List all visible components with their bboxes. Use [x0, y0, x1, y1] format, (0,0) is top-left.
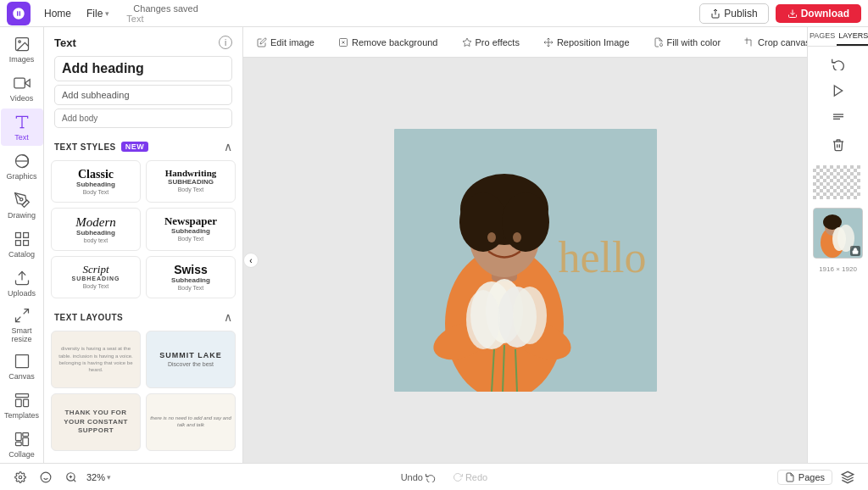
zoom-value: 32% — [86, 472, 105, 482]
delete-icon-button[interactable] — [826, 133, 850, 157]
style-card-handwriting[interactable]: Handwriting SUBHEADING Body Text — [146, 160, 236, 203]
text-panel-header: Text i — [44, 27, 242, 53]
style-card-modern[interactable]: Modern Subheading body text — [51, 208, 141, 251]
fill-color-button[interactable]: Fill with color — [647, 35, 728, 50]
nav-file[interactable]: File▾ — [80, 5, 116, 22]
app-logo[interactable] — [7, 2, 31, 25]
remove-background-icon — [338, 37, 348, 47]
undo-icon — [426, 472, 436, 482]
templates-icon — [13, 391, 31, 409]
layout-card-4[interactable]: there is no need to add and say and talk… — [146, 393, 236, 451]
download-button[interactable]: Download — [776, 4, 861, 23]
svg-line-67 — [74, 479, 76, 482]
undo-button[interactable]: Undo — [396, 471, 441, 484]
tab-layers[interactable]: LAYERS — [837, 27, 868, 46]
svg-point-42 — [513, 232, 521, 242]
tab-pages[interactable]: PAGES — [808, 27, 837, 46]
styles-grid: Classic Subheading Body Text Handwriting… — [44, 157, 242, 305]
style-card-classic[interactable]: Classic Subheading Body Text — [51, 160, 141, 203]
text-icon — [13, 113, 31, 131]
info-button[interactable]: i — [219, 36, 232, 49]
svg-point-60 — [832, 227, 846, 251]
add-heading-button[interactable]: Add heading — [54, 56, 232, 81]
sidebar-smart-resize-label: Smart resize — [4, 326, 40, 343]
settings-icon-button[interactable] — [10, 467, 31, 487]
sidebar-item-catalog[interactable]: Catalog — [1, 226, 43, 263]
images-icon — [13, 35, 31, 53]
add-body-label: Add body — [62, 114, 225, 123]
sidebar-templates-label: Templates — [4, 411, 39, 420]
sidebar-collage-label: Collage — [8, 450, 35, 459]
nav-home[interactable]: Home — [37, 5, 78, 22]
style-card-newspaper[interactable]: Newspaper Subheading Body Text — [146, 208, 236, 251]
svg-rect-23 — [22, 437, 28, 445]
play-icon-button[interactable] — [826, 79, 850, 103]
svg-point-40 — [502, 192, 549, 252]
sidebar-item-uploads[interactable]: Uploads — [1, 264, 43, 302]
bottom-bar: 32% ▾ Undo Redo Pages — [0, 463, 868, 490]
canvas-image[interactable]: hello — [394, 129, 657, 392]
thumb-lock-icon — [850, 246, 860, 256]
collage-icon — [13, 430, 31, 448]
pro-effects-button[interactable]: Pro effects — [455, 35, 526, 50]
page-thumbnail[interactable] — [813, 208, 863, 259]
checker-thumbnail[interactable] — [813, 165, 860, 199]
layout-card-1[interactable]: diversity is having a seat at the table.… — [51, 331, 141, 388]
sidebar-item-collage[interactable]: Collage — [1, 426, 43, 463]
videos-icon — [13, 74, 31, 92]
crop-canvas-button[interactable]: Crop canvas — [737, 35, 807, 50]
style-card-swiss[interactable]: Swiss Subheading Body Text — [146, 256, 236, 298]
layout-card-3[interactable]: THANK YOU FOR YOUR CONSTANT SUPPORT — [51, 393, 141, 451]
text-layouts-title: TEXT LAYOUTS — [54, 313, 123, 322]
reposition-button[interactable]: Reposition Image — [537, 35, 637, 50]
changes-saved-text: Changes saved — [133, 3, 198, 14]
pro-effects-icon — [462, 37, 472, 47]
catalog-icon — [13, 230, 31, 248]
layout-preview-1: diversity is having a seat at the table.… — [52, 340, 140, 379]
zoom-icon-button[interactable] — [61, 467, 81, 487]
sidebar-catalog-label: Catalog — [8, 250, 35, 259]
sidebar-item-images[interactable]: Images — [1, 31, 43, 68]
sidebar-uploads-label: Uploads — [8, 289, 36, 298]
zoom-display[interactable]: 32% ▾ — [86, 472, 111, 482]
remove-background-button[interactable]: Remove background — [331, 35, 445, 50]
canvas-area[interactable]: ‹ — [243, 58, 807, 463]
text-styles-header: TEXT STYLES New ∧ — [44, 135, 242, 157]
canvas-content: hello — [394, 129, 657, 392]
add-subheading-button[interactable]: Add subheading — [54, 85, 232, 105]
add-body-button[interactable]: Add body — [54, 109, 232, 128]
svg-point-3 — [18, 41, 19, 43]
undo-icon-button[interactable] — [826, 52, 850, 75]
svg-rect-19 — [15, 399, 21, 406]
emoji-icon-button[interactable] — [36, 467, 56, 487]
edit-image-button[interactable]: Edit image — [250, 35, 321, 50]
text-layouts-toggle[interactable]: ∧ — [224, 310, 232, 324]
layout-preview-4: there is no need to add and say and talk… — [147, 412, 235, 432]
sidebar-graphics-label: Graphics — [6, 172, 36, 181]
svg-point-46 — [466, 290, 500, 349]
pages-label: Pages — [798, 472, 825, 482]
layout-card-2[interactable]: SUMMIT LAKE Discover the best — [146, 331, 236, 388]
sidebar-item-templates[interactable]: Templates — [1, 387, 43, 424]
edit-image-icon — [257, 37, 267, 47]
canvas-icon — [13, 352, 31, 370]
layers-button[interactable] — [837, 467, 858, 487]
sidebar-item-smart-resize[interactable]: Smart resize — [1, 303, 43, 346]
sidebar-item-drawing[interactable]: Drawing — [1, 187, 43, 224]
text-align-icon-button[interactable] — [826, 106, 850, 130]
svg-marker-4 — [25, 80, 30, 86]
sidebar-item-graphics[interactable]: Graphics — [1, 148, 43, 185]
svg-rect-17 — [15, 355, 28, 368]
pages-button[interactable]: Pages — [777, 470, 832, 485]
sidebar-item-text[interactable]: Text — [1, 109, 43, 146]
sidebar-item-videos[interactable]: Videos — [1, 70, 43, 107]
style-card-script[interactable]: Script SUBHEADING Body Text — [51, 256, 141, 298]
collapse-panel-button[interactable]: ‹ — [243, 253, 259, 268]
redo-button[interactable]: Redo — [448, 471, 492, 484]
text-styles-toggle[interactable]: ∧ — [224, 140, 232, 153]
sidebar-drawing-label: Drawing — [8, 211, 36, 220]
sidebar-item-canvas[interactable]: Canvas — [1, 348, 43, 385]
new-badge: New — [121, 142, 149, 152]
svg-rect-21 — [15, 433, 21, 441]
publish-button[interactable]: Publish — [699, 3, 768, 24]
